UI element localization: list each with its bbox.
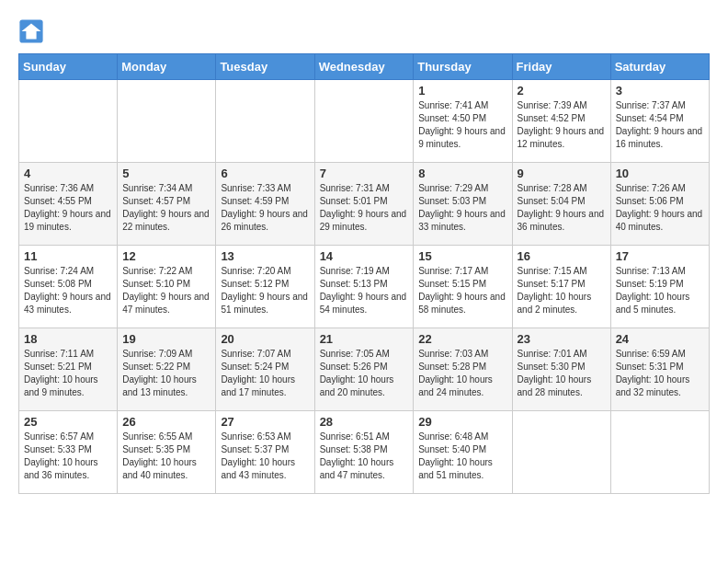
day-number: 6 (221, 167, 309, 180)
calendar-cell: 11Sunrise: 7:24 AMSunset: 5:08 PMDayligh… (19, 246, 118, 328)
day-number: 15 (418, 249, 506, 263)
day-number: 11 (24, 249, 112, 263)
calendar-cell: 21Sunrise: 7:05 AMSunset: 5:26 PMDayligh… (314, 328, 414, 411)
day-info: Sunrise: 7:31 AMSunset: 5:01 PMDaylight:… (320, 182, 409, 234)
calendar-cell: 3Sunrise: 7:37 AMSunset: 4:54 PMDaylight… (610, 80, 709, 163)
calendar-cell: 22Sunrise: 7:03 AMSunset: 5:28 PMDayligh… (414, 328, 512, 411)
calendar-week-2: 4Sunrise: 7:36 AMSunset: 4:55 PMDaylight… (19, 163, 710, 246)
day-info: Sunrise: 7:20 AMSunset: 5:12 PMDaylight:… (221, 265, 309, 316)
calendar-week-1: 1Sunrise: 7:41 AMSunset: 4:50 PMDaylight… (19, 80, 710, 163)
day-number: 5 (122, 167, 210, 180)
day-info: Sunrise: 7:24 AMSunset: 5:08 PMDaylight:… (24, 265, 112, 316)
calendar-cell: 19Sunrise: 7:09 AMSunset: 5:22 PMDayligh… (118, 328, 216, 411)
day-info: Sunrise: 6:51 AMSunset: 5:38 PMDaylight:… (320, 431, 409, 482)
day-info: Sunrise: 7:28 AMSunset: 5:04 PMDaylight:… (518, 182, 606, 234)
weekday-sunday: Sunday (19, 54, 118, 80)
calendar-cell: 1Sunrise: 7:41 AMSunset: 4:50 PMDaylight… (414, 80, 512, 163)
day-info: Sunrise: 7:19 AMSunset: 5:13 PMDaylight:… (320, 265, 409, 316)
day-info: Sunrise: 7:41 AMSunset: 4:50 PMDaylight:… (418, 99, 506, 151)
day-number: 16 (518, 249, 606, 263)
day-number: 18 (24, 332, 112, 346)
day-info: Sunrise: 7:09 AMSunset: 5:22 PMDaylight:… (122, 348, 210, 399)
day-number: 24 (616, 332, 704, 346)
day-number: 4 (24, 167, 112, 180)
day-number: 20 (221, 332, 309, 346)
day-number: 23 (518, 332, 606, 346)
day-number: 28 (320, 415, 409, 429)
calendar-cell: 7Sunrise: 7:31 AMSunset: 5:01 PMDaylight… (314, 163, 414, 246)
calendar-cell: 2Sunrise: 7:39 AMSunset: 4:52 PMDaylight… (512, 80, 610, 163)
calendar-week-4: 18Sunrise: 7:11 AMSunset: 5:21 PMDayligh… (19, 328, 710, 411)
day-info: Sunrise: 7:05 AMSunset: 5:26 PMDaylight:… (320, 348, 409, 399)
calendar-cell: 25Sunrise: 6:57 AMSunset: 5:33 PMDayligh… (19, 411, 118, 494)
calendar-cell: 24Sunrise: 6:59 AMSunset: 5:31 PMDayligh… (610, 328, 709, 411)
day-info: Sunrise: 7:01 AMSunset: 5:30 PMDaylight:… (518, 348, 606, 399)
calendar-cell: 14Sunrise: 7:19 AMSunset: 5:13 PMDayligh… (314, 246, 414, 328)
day-info: Sunrise: 7:39 AMSunset: 4:52 PMDaylight:… (518, 99, 606, 151)
day-info: Sunrise: 7:36 AMSunset: 4:55 PMDaylight:… (24, 182, 112, 234)
day-number: 13 (221, 249, 309, 263)
day-info: Sunrise: 7:29 AMSunset: 5:03 PMDaylight:… (418, 182, 506, 234)
calendar-cell: 15Sunrise: 7:17 AMSunset: 5:15 PMDayligh… (414, 246, 512, 328)
day-number: 8 (418, 167, 506, 180)
day-number: 14 (320, 249, 409, 263)
day-number: 12 (122, 249, 210, 263)
day-info: Sunrise: 7:26 AMSunset: 5:06 PMDaylight:… (616, 182, 704, 234)
calendar-cell: 28Sunrise: 6:51 AMSunset: 5:38 PMDayligh… (314, 411, 414, 494)
weekday-tuesday: Tuesday (216, 54, 314, 80)
weekday-header-row: SundayMondayTuesdayWednesdayThursdayFrid… (19, 54, 710, 80)
day-info: Sunrise: 7:11 AMSunset: 5:21 PMDaylight:… (24, 348, 112, 399)
calendar-table: SundayMondayTuesdayWednesdayThursdayFrid… (18, 53, 710, 494)
day-number: 21 (320, 332, 409, 346)
day-number: 19 (122, 332, 210, 346)
page-header (18, 18, 710, 44)
weekday-monday: Monday (118, 54, 216, 80)
day-info: Sunrise: 7:34 AMSunset: 4:57 PMDaylight:… (122, 182, 210, 234)
day-info: Sunrise: 7:33 AMSunset: 4:59 PMDaylight:… (221, 182, 309, 234)
calendar-cell (19, 80, 118, 163)
calendar-cell: 6Sunrise: 7:33 AMSunset: 4:59 PMDaylight… (216, 163, 314, 246)
calendar-cell: 18Sunrise: 7:11 AMSunset: 5:21 PMDayligh… (19, 328, 118, 411)
calendar-cell: 9Sunrise: 7:28 AMSunset: 5:04 PMDaylight… (512, 163, 610, 246)
day-number: 2 (518, 84, 606, 98)
calendar-cell: 27Sunrise: 6:53 AMSunset: 5:37 PMDayligh… (216, 411, 314, 494)
calendar-cell: 13Sunrise: 7:20 AMSunset: 5:12 PMDayligh… (216, 246, 314, 328)
calendar-cell: 10Sunrise: 7:26 AMSunset: 5:06 PMDayligh… (610, 163, 709, 246)
calendar-cell: 23Sunrise: 7:01 AMSunset: 5:30 PMDayligh… (512, 328, 610, 411)
calendar-week-3: 11Sunrise: 7:24 AMSunset: 5:08 PMDayligh… (19, 246, 710, 328)
day-number: 10 (616, 167, 704, 180)
weekday-friday: Friday (512, 54, 610, 80)
calendar-cell (314, 80, 414, 163)
day-number: 1 (418, 84, 506, 98)
day-info: Sunrise: 6:59 AMSunset: 5:31 PMDaylight:… (616, 348, 704, 399)
day-number: 17 (616, 249, 704, 263)
calendar-header: SundayMondayTuesdayWednesdayThursdayFrid… (19, 54, 710, 80)
calendar-cell (118, 80, 216, 163)
calendar-body: 1Sunrise: 7:41 AMSunset: 4:50 PMDaylight… (19, 80, 710, 494)
day-number: 25 (24, 415, 112, 429)
calendar-cell: 12Sunrise: 7:22 AMSunset: 5:10 PMDayligh… (118, 246, 216, 328)
day-number: 7 (320, 167, 409, 180)
day-info: Sunrise: 7:15 AMSunset: 5:17 PMDaylight:… (518, 265, 606, 316)
calendar-cell (216, 80, 314, 163)
day-info: Sunrise: 7:07 AMSunset: 5:24 PMDaylight:… (221, 348, 309, 399)
calendar-cell: 20Sunrise: 7:07 AMSunset: 5:24 PMDayligh… (216, 328, 314, 411)
calendar-cell: 8Sunrise: 7:29 AMSunset: 5:03 PMDaylight… (414, 163, 512, 246)
weekday-thursday: Thursday (414, 54, 512, 80)
weekday-wednesday: Wednesday (314, 54, 414, 80)
logo-icon (18, 18, 44, 44)
calendar-cell (610, 411, 709, 494)
day-number: 26 (122, 415, 210, 429)
day-number: 22 (418, 332, 506, 346)
calendar-cell: 5Sunrise: 7:34 AMSunset: 4:57 PMDaylight… (118, 163, 216, 246)
logo (18, 18, 48, 44)
day-info: Sunrise: 6:48 AMSunset: 5:40 PMDaylight:… (418, 431, 506, 482)
day-info: Sunrise: 7:13 AMSunset: 5:19 PMDaylight:… (616, 265, 704, 316)
day-number: 3 (616, 84, 704, 98)
day-info: Sunrise: 7:37 AMSunset: 4:54 PMDaylight:… (616, 99, 704, 151)
day-number: 27 (221, 415, 309, 429)
day-info: Sunrise: 7:22 AMSunset: 5:10 PMDaylight:… (122, 265, 210, 316)
day-info: Sunrise: 6:53 AMSunset: 5:37 PMDaylight:… (221, 431, 309, 482)
day-info: Sunrise: 7:17 AMSunset: 5:15 PMDaylight:… (418, 265, 506, 316)
day-number: 29 (418, 415, 506, 429)
